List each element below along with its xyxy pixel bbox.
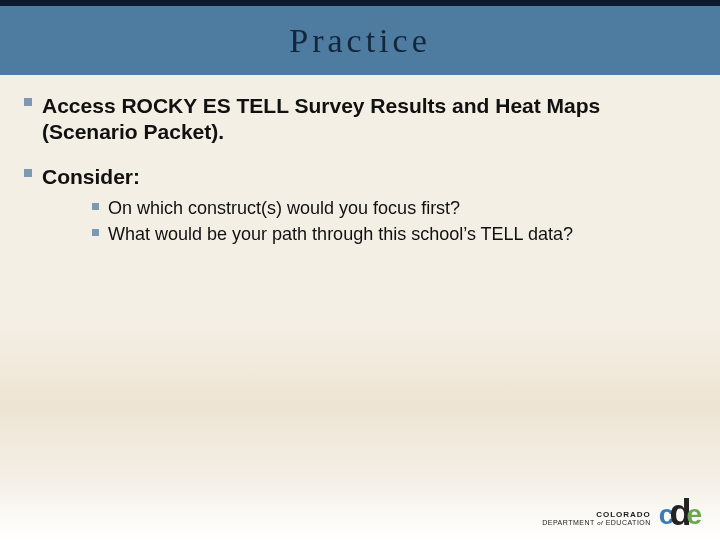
cde-letter-e: e (686, 504, 700, 526)
logo-department: DEPARTMENT of EDUCATION (542, 519, 651, 526)
footer-logo: COLORADO DEPARTMENT of EDUCATION c d e (542, 500, 700, 526)
logo-dept-suffix: EDUCATION (606, 519, 651, 526)
title-band: Practice (0, 0, 720, 75)
sub-bullet-list: On which construct(s) would you focus fi… (42, 196, 698, 247)
bullet-item: Consider: On which construct(s) would yo… (22, 164, 698, 247)
bullet-list: Access ROCKY ES TELL Survey Results and … (22, 93, 698, 246)
slide-title: Practice (289, 22, 431, 60)
cde-logo-icon: c d e (659, 500, 700, 526)
sub-bullet-item: On which construct(s) would you focus fi… (92, 196, 698, 220)
slide: Practice Access ROCKY ES TELL Survey Res… (0, 0, 720, 540)
sub-bullet-item: What would be your path through this sch… (92, 222, 698, 246)
bullet-text: Consider: (42, 165, 140, 188)
bullet-item: Access ROCKY ES TELL Survey Results and … (22, 93, 698, 146)
logo-dept-prefix: DEPARTMENT (542, 519, 594, 526)
content-area: Access ROCKY ES TELL Survey Results and … (0, 75, 720, 246)
logo-dept-of: of (597, 520, 603, 526)
logo-state: COLORADO (542, 511, 651, 519)
logo-text-block: COLORADO DEPARTMENT of EDUCATION (542, 511, 651, 526)
